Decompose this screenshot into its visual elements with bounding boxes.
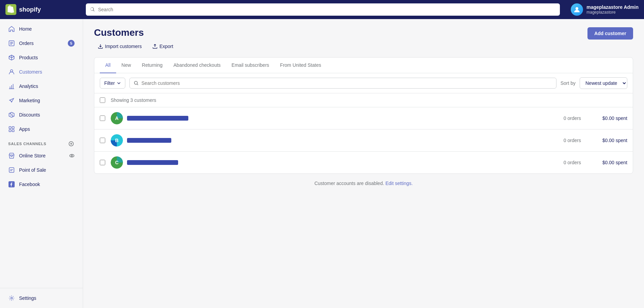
tab-returning[interactable]: Returning <box>137 58 168 73</box>
table-row[interactable]: B 0 orders $0.00 spent <box>94 129 633 152</box>
tab-abandoned[interactable]: Abandoned checkouts <box>168 58 226 73</box>
sidebar-item-label: Customers <box>19 69 42 75</box>
spent-amount: $0.00 spent <box>586 160 627 165</box>
shopify-logo[interactable]: shopify <box>5 4 80 15</box>
orders-icon <box>8 40 15 47</box>
edit-settings-link[interactable]: Edit settings. <box>386 181 413 186</box>
customer-name-redacted <box>127 160 178 165</box>
search-customers-icon <box>134 81 139 86</box>
global-search-input[interactable] <box>98 7 556 12</box>
user-menu[interactable]: mageplazastore Admin mageplazastore <box>571 3 639 16</box>
avatar: B <box>111 134 123 147</box>
sidebar-item-label: Marketing <box>19 98 40 103</box>
footer-note: Customer accounts are disabled. Edit set… <box>94 174 633 193</box>
tab-all[interactable]: All <box>100 58 116 73</box>
page-actions: Import customers Export <box>94 41 177 52</box>
import-icon <box>98 44 103 49</box>
svg-point-5 <box>12 115 13 116</box>
customer-search-input[interactable] <box>141 80 552 86</box>
sales-channels-section: SALES CHANNELS <box>0 136 83 149</box>
sort-by-label: Sort by <box>561 80 576 86</box>
page-header: Customers Import customers Export <box>94 27 633 52</box>
svg-point-11 <box>70 154 74 157</box>
tab-from-us[interactable]: From United States <box>274 58 327 73</box>
page-header-left: Customers Import customers Export <box>94 27 177 52</box>
sales-channels-label: SALES CHANNELS <box>8 142 46 146</box>
spent-amount: $0.00 spent <box>586 138 627 143</box>
filter-bar: Filter Sort by Newest updateOldest updat… <box>94 73 633 93</box>
row-checkbox[interactable] <box>100 160 105 165</box>
discounts-icon <box>8 111 15 118</box>
sidebar-item-home[interactable]: Home <box>3 22 80 36</box>
table-row[interactable]: A 0 orders $0.00 spent <box>94 107 633 129</box>
store-icon <box>8 152 15 159</box>
sidebar-item-label: Products <box>19 55 38 60</box>
orders-count: 0 orders <box>547 160 581 165</box>
table-header: Showing 3 customers <box>94 93 633 107</box>
export-icon <box>153 44 157 49</box>
sidebar: Home Orders 5 Products <box>0 19 83 308</box>
sidebar-item-marketing[interactable]: Marketing <box>3 94 80 107</box>
filter-label: Filter <box>104 80 115 86</box>
svg-rect-13 <box>9 168 14 172</box>
main-layout: Home Orders 5 Products <box>0 19 644 308</box>
customer-name-redacted <box>127 138 171 143</box>
sidebar-item-products[interactable]: Products <box>3 51 80 64</box>
svg-text:C: C <box>115 160 119 165</box>
orders-count: 0 orders <box>547 115 581 121</box>
sidebar-item-label: Orders <box>19 41 34 46</box>
orders-badge: 5 <box>68 40 75 47</box>
sidebar-item-analytics[interactable]: Analytics <box>3 79 80 93</box>
row-checkbox[interactable] <box>100 115 105 121</box>
user-info: mageplazastore Admin mageplazastore <box>586 4 639 15</box>
sidebar-item-label: Online Store <box>19 153 46 158</box>
spent-amount: $0.00 spent <box>586 115 627 121</box>
avatar: A <box>111 112 123 124</box>
export-button[interactable]: Export <box>148 41 177 52</box>
sort-select[interactable]: Newest updateOldest updateName A-ZName Z… <box>580 77 627 89</box>
main-content: Customers Import customers Export <box>83 19 644 308</box>
home-icon <box>8 26 15 32</box>
eye-icon[interactable] <box>69 153 75 158</box>
sidebar-item-label: Home <box>19 26 32 32</box>
sidebar-item-apps[interactable]: Apps <box>3 122 80 136</box>
sidebar-item-pos[interactable]: Point of Sale <box>3 163 80 177</box>
global-search-box[interactable] <box>86 3 560 16</box>
sidebar-item-discounts[interactable]: Discounts <box>3 108 80 122</box>
store-name: mageplazastore <box>586 10 639 15</box>
add-sales-channel-icon[interactable] <box>68 140 75 147</box>
sidebar-item-customers[interactable]: Customers <box>3 65 80 79</box>
customer-tabs: All New Returning Abandoned checkouts Em… <box>94 58 633 73</box>
top-navigation: shopify mageplazastore Admin mageplazast… <box>0 0 644 19</box>
svg-rect-9 <box>12 130 14 132</box>
sidebar-item-label: Analytics <box>19 83 38 89</box>
svg-point-1 <box>576 7 578 10</box>
row-checkbox[interactable] <box>100 138 105 143</box>
export-label: Export <box>159 44 173 49</box>
orders-count: 0 orders <box>547 138 581 143</box>
svg-point-16 <box>135 81 138 84</box>
table-row[interactable]: C 0 orders $0.00 spent <box>94 152 633 173</box>
import-customers-button[interactable]: Import customers <box>94 41 146 52</box>
apps-icon <box>8 126 15 133</box>
sidebar-item-label: Point of Sale <box>19 167 46 173</box>
sidebar-item-settings[interactable]: Settings <box>3 291 80 305</box>
facebook-icon <box>8 181 15 188</box>
sidebar-item-online-store[interactable]: Online Store <box>3 149 80 163</box>
add-customer-button[interactable]: Add customer <box>587 27 633 40</box>
avatar <box>571 3 583 16</box>
select-all-checkbox[interactable] <box>100 97 105 103</box>
sidebar-item-facebook[interactable]: Facebook <box>3 178 80 191</box>
customers-icon <box>8 68 15 75</box>
avatar: C <box>111 156 123 169</box>
footer-note-text: Customer accounts are disabled. <box>314 181 384 186</box>
tab-new[interactable]: New <box>116 58 137 73</box>
sidebar-bottom: Settings <box>0 288 83 305</box>
sidebar-item-orders[interactable]: Orders 5 <box>3 36 80 50</box>
analytics-icon <box>8 83 15 90</box>
filter-button[interactable]: Filter <box>100 78 125 89</box>
svg-rect-8 <box>9 130 11 132</box>
tab-email-subscribers[interactable]: Email subscribers <box>226 58 274 73</box>
customer-search-box[interactable] <box>129 78 556 89</box>
search-icon <box>90 7 95 12</box>
